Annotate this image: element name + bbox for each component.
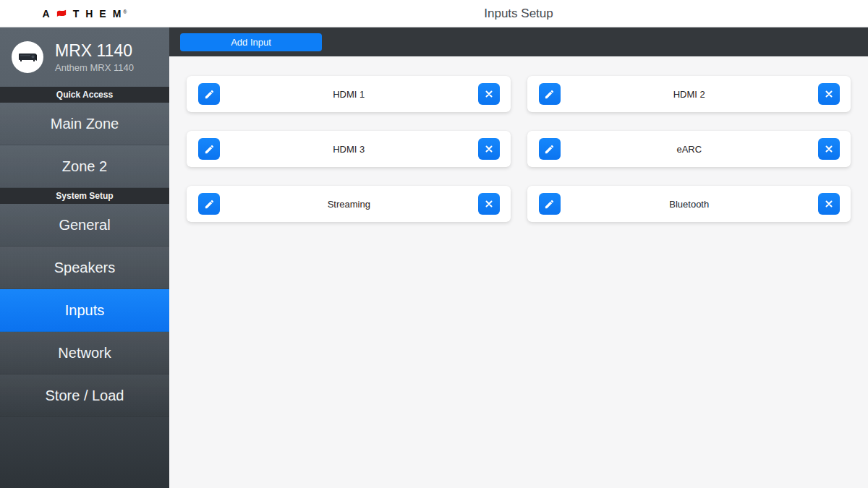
device-subtitle: Anthem MRX 1140 (55, 62, 134, 73)
page-title: Inputs Setup (169, 0, 868, 27)
pencil-icon (204, 89, 215, 100)
sidebar-item-general[interactable]: General (0, 204, 169, 247)
input-name: eARC (561, 144, 819, 155)
device-name: MRX 1140 (55, 41, 134, 60)
input-card: HDMI 2 (527, 76, 851, 112)
input-name: HDMI 2 (561, 89, 819, 100)
delete-input-button[interactable] (818, 193, 840, 215)
input-name: HDMI 1 (220, 89, 478, 100)
sidebar-item-zone-2[interactable]: Zone 2 (0, 145, 169, 188)
close-icon (824, 144, 834, 154)
inputs-grid: HDMI 1HDMI 2HDMI 3eARCStreamingBluetooth (169, 56, 868, 241)
edit-input-button[interactable] (198, 193, 220, 215)
sidebar-item-speakers[interactable]: Speakers (0, 247, 169, 289)
sidebar-section-label: System Setup (0, 188, 169, 204)
pencil-icon (544, 144, 555, 155)
input-name: Bluetooth (561, 199, 819, 210)
sidebar: MRX 1140 Anthem MRX 1140 Quick AccessMai… (0, 27, 169, 488)
anthem-flag-icon (56, 9, 67, 18)
device-avatar (12, 41, 43, 73)
delete-input-button[interactable] (818, 83, 840, 105)
close-icon (824, 89, 834, 99)
input-card: HDMI 3 (187, 131, 511, 167)
sidebar-item-network[interactable]: Network (0, 332, 169, 374)
logo-letter: A (43, 9, 50, 19)
receiver-image-icon (17, 46, 38, 68)
pencil-icon (544, 199, 555, 210)
input-name: Streaming (220, 199, 478, 210)
logo-letter: M (113, 9, 122, 19)
logo-letter: T (73, 9, 80, 19)
close-icon (484, 199, 494, 209)
content-toolbar: Add Input (169, 27, 868, 56)
edit-input-button[interactable] (539, 193, 561, 215)
sidebar-item-inputs[interactable]: Inputs (0, 289, 169, 332)
app-header: ATHEM® Inputs Setup (0, 0, 868, 27)
pencil-icon (544, 89, 555, 100)
add-input-button[interactable]: Add Input (180, 33, 322, 51)
content-area: Add Input HDMI 1HDMI 2HDMI 3eARCStreamin… (169, 27, 868, 488)
pencil-icon (204, 144, 215, 155)
input-card: HDMI 1 (187, 76, 511, 112)
close-icon (824, 199, 834, 209)
close-icon (484, 89, 494, 99)
sidebar-section-label: Quick Access (0, 87, 169, 103)
sidebar-sections: Quick AccessMain ZoneZone 2System SetupG… (0, 87, 169, 417)
sidebar-item-store-load[interactable]: Store / Load (0, 374, 169, 417)
delete-input-button[interactable] (478, 83, 500, 105)
logo-letter: H (85, 9, 93, 19)
delete-input-button[interactable] (478, 193, 500, 215)
sidebar-item-main-zone[interactable]: Main Zone (0, 103, 169, 145)
close-icon (484, 144, 494, 154)
anthem-logo-letters: ATHEM® (43, 9, 127, 19)
delete-input-button[interactable] (818, 138, 840, 160)
edit-input-button[interactable] (198, 83, 220, 105)
input-card: eARC (527, 131, 851, 167)
main-layout: MRX 1140 Anthem MRX 1140 Quick AccessMai… (0, 27, 868, 488)
device-info: MRX 1140 Anthem MRX 1140 (0, 27, 169, 87)
edit-input-button[interactable] (539, 83, 561, 105)
anthem-logo: ATHEM® (0, 0, 169, 27)
edit-input-button[interactable] (539, 138, 561, 160)
logo-letter: E (99, 9, 106, 19)
device-text: MRX 1140 Anthem MRX 1140 (55, 41, 134, 73)
input-card: Bluetooth (527, 186, 851, 222)
input-name: HDMI 3 (220, 144, 478, 155)
edit-input-button[interactable] (198, 138, 220, 160)
delete-input-button[interactable] (478, 138, 500, 160)
input-card: Streaming (187, 186, 511, 222)
registered-mark: ® (123, 9, 127, 14)
pencil-icon (204, 199, 215, 210)
